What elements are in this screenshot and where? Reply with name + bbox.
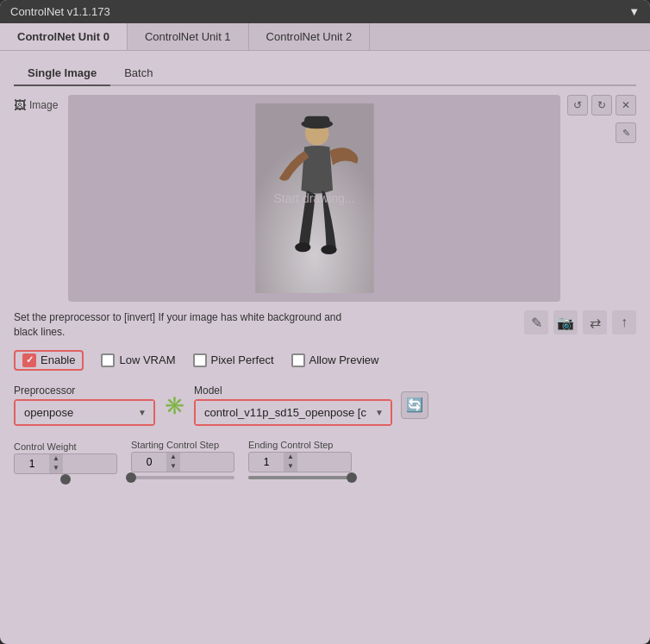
- unit-tab-1[interactable]: ControlNet Unit 1: [128, 23, 249, 50]
- title-bar: ControlNet v1.1.173 ▼: [0, 0, 650, 23]
- panel-title: ControlNet v1.1.173: [10, 5, 110, 18]
- enable-checkbox-box[interactable]: [22, 353, 36, 367]
- collapse-icon[interactable]: ▼: [628, 5, 640, 18]
- canvas-controls: ↺ ↻ ✕ ✎: [567, 95, 636, 143]
- preprocessor-selector-wrapper: openpose ▼: [14, 399, 155, 426]
- pixel-perfect-checkbox[interactable]: Pixel Perfect: [193, 353, 274, 367]
- allow-preview-checkbox[interactable]: Allow Preview: [291, 353, 379, 367]
- low-vram-label: Low VRAM: [119, 353, 175, 366]
- starting-control-label: Starting Control Step: [131, 440, 234, 450]
- ending-control-label: Ending Control Step: [248, 440, 352, 450]
- model-selector-wrapper: control_v11p_sd15_openpose [c ▼: [194, 399, 392, 426]
- starting-control-group: Starting Control Step ▲ ▼: [131, 440, 234, 479]
- image-icon: 🖼: [14, 98, 26, 112]
- preprocessor-select[interactable]: openpose: [16, 401, 153, 424]
- redo-button[interactable]: ↻: [591, 95, 612, 116]
- preprocessor-label: Preprocessor: [14, 385, 155, 397]
- edit-canvas-button[interactable]: ✎: [616, 122, 636, 143]
- starting-control-input[interactable]: [132, 453, 166, 471]
- refresh-model-button[interactable]: 🔄: [401, 391, 428, 419]
- ending-control-input[interactable]: [249, 453, 284, 471]
- enable-label: Enable: [41, 353, 75, 366]
- pixel-perfect-checkbox-box[interactable]: [193, 353, 207, 367]
- tab-batch[interactable]: Batch: [110, 61, 166, 86]
- info-text: Set the preprocessor to [invert] If your…: [14, 310, 359, 340]
- edit-action-button[interactable]: ✎: [524, 310, 548, 335]
- close-canvas-button[interactable]: ✕: [616, 95, 636, 116]
- allow-preview-label: Allow Preview: [309, 353, 379, 366]
- model-select[interactable]: control_v11p_sd15_openpose [c: [196, 401, 391, 424]
- starting-control-down[interactable]: ▼: [166, 462, 180, 472]
- model-group: Model control_v11p_sd15_openpose [c ▼: [194, 385, 392, 426]
- controlnet-panel: ControlNet v1.1.173 ▼ ControlNet Unit 0 …: [0, 0, 650, 644]
- control-weight-down[interactable]: ▼: [49, 464, 63, 473]
- ending-control-group: Ending Control Step ▲ ▼: [248, 440, 352, 479]
- canvas-placeholder: Start drawing...: [273, 191, 354, 205]
- svg-rect-6: [304, 116, 329, 126]
- checkboxes-row: Enable Low VRAM Pixel Perfect Allow Prev…: [14, 350, 636, 371]
- controls-row: Control Weight ▲ ▼ Starting Control Step: [14, 440, 636, 479]
- ending-control-down[interactable]: ▼: [284, 462, 297, 472]
- starting-control-steppers: ▲ ▼: [166, 453, 180, 472]
- allow-preview-checkbox-box[interactable]: [291, 353, 305, 367]
- action-icons: ✎ 📷 ⇄ ↑: [524, 310, 636, 335]
- enable-wrapper: Enable: [14, 350, 84, 371]
- selectors-row: Preprocessor openpose ▼ ✳️ Model control…: [14, 385, 636, 426]
- ending-control-up[interactable]: ▲: [284, 453, 297, 462]
- unit-tab-2[interactable]: ControlNet Unit 2: [249, 23, 371, 50]
- svg-point-4: [321, 245, 336, 254]
- undo-button[interactable]: ↺: [567, 95, 588, 116]
- starting-control-slider[interactable]: [131, 476, 234, 479]
- low-vram-checkbox[interactable]: Low VRAM: [101, 353, 175, 367]
- mode-tabs: Single Image Batch: [14, 61, 636, 86]
- pixel-perfect-label: Pixel Perfect: [211, 353, 274, 366]
- control-weight-input-wrapper: ▲ ▼: [14, 453, 117, 474]
- tab-single-image[interactable]: Single Image: [14, 61, 110, 86]
- enable-checkbox[interactable]: Enable: [22, 353, 75, 367]
- image-label: 🖼 Image: [14, 95, 61, 112]
- starting-control-input-wrapper: ▲ ▼: [131, 452, 234, 472]
- ending-control-input-wrapper: ▲ ▼: [248, 452, 352, 472]
- upload-action-button[interactable]: ↑: [612, 310, 636, 335]
- preprocessor-group: Preprocessor openpose ▼: [14, 385, 155, 426]
- unit-tab-0[interactable]: ControlNet Unit 0: [0, 23, 128, 50]
- control-weight-steppers: ▲ ▼: [49, 454, 63, 473]
- starting-control-up[interactable]: ▲: [166, 453, 180, 462]
- ending-control-slider[interactable]: [248, 476, 352, 479]
- control-weight-up[interactable]: ▲: [49, 454, 63, 464]
- low-vram-checkbox-box[interactable]: [101, 353, 115, 367]
- image-area: 🖼 Image: [14, 95, 636, 302]
- model-label: Model: [194, 385, 392, 397]
- control-weight-group: Control Weight ▲ ▼: [14, 441, 117, 478]
- unit-tabs: ControlNet Unit 0 ControlNet Unit 1 Cont…: [0, 23, 650, 51]
- ending-control-steppers: ▲ ▼: [284, 453, 297, 472]
- main-content: Single Image Batch 🖼 Image: [0, 51, 650, 497]
- svg-point-3: [295, 242, 310, 252]
- camera-action-button[interactable]: 📷: [553, 310, 578, 335]
- image-canvas[interactable]: Start drawing...: [68, 95, 560, 302]
- explosion-icon: ✳️: [164, 395, 185, 416]
- control-weight-input[interactable]: [15, 455, 49, 472]
- control-weight-label: Control Weight: [14, 441, 117, 452]
- swap-action-button[interactable]: ⇄: [583, 310, 607, 335]
- info-row: Set the preprocessor to [invert] If your…: [14, 310, 636, 340]
